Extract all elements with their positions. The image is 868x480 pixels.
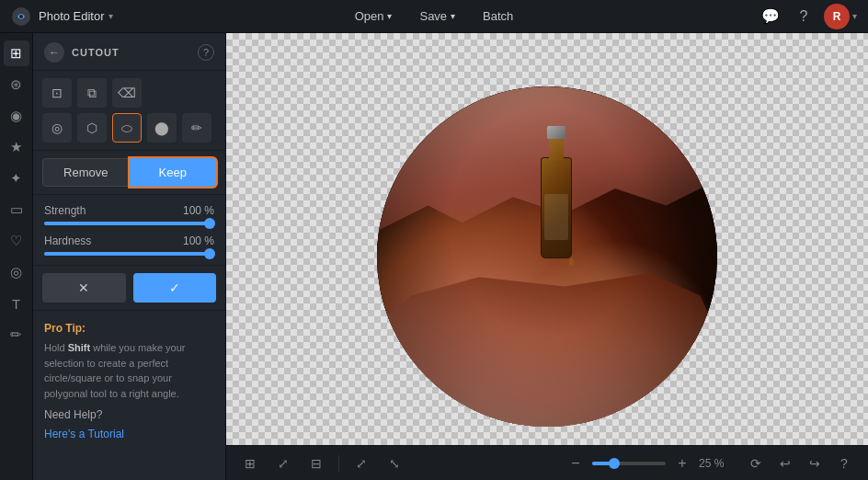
image-inner (377, 86, 717, 427)
remove-button[interactable]: Remove (42, 158, 130, 187)
panel-back-button[interactable]: ← (44, 42, 64, 63)
zoom-controls: − + 25 % (565, 452, 728, 474)
photo-simulation (377, 86, 717, 427)
sidebar-item-eye[interactable]: ◉ (4, 103, 29, 129)
bottom-right-icons: ⟳ ↩ ↪ ? (743, 451, 857, 476)
strength-slider-fill (44, 222, 214, 225)
bottle-container (533, 120, 579, 258)
tool-ellipse[interactable]: ⬤ (147, 113, 177, 143)
panel-header-left: ← CUTOUT (44, 42, 120, 63)
sidebar-item-star[interactable]: ★ (4, 134, 29, 160)
bottombar: ⊞ ⤢ ⊟ ⤢ ⤡ − + 25 % ⟳ ↩ ↪ ? (226, 445, 868, 480)
icon-strip: ⊞ ⊛ ◉ ★ ✦ ▭ ♡ ◎ T ✏ (0, 33, 33, 480)
remove-keep-section: Remove Keep (33, 151, 225, 195)
main-layout: ⊞ ⊛ ◉ ★ ✦ ▭ ♡ ◎ T ✏ ← CUTOUT ? ⊡ (0, 33, 868, 480)
tutorial-link[interactable]: Here's a Tutorial (44, 428, 124, 440)
app-title[interactable]: Photo Editor ▾ (39, 9, 113, 23)
tool-circle-select[interactable]: ⬭ (112, 113, 142, 143)
open-button[interactable]: Open ▾ (344, 6, 404, 27)
fit-button[interactable]: ⤢ (348, 451, 374, 476)
app-logo (11, 6, 31, 27)
pro-tip-section: Pro Tip: Hold Shift while you make your … (33, 311, 225, 408)
strength-slider-row: Strength 100 % (44, 204, 214, 225)
refresh-button[interactable]: ⟳ (743, 451, 769, 476)
sidebar-item-adjustments[interactable]: ⊛ (4, 72, 29, 97)
tool-brush-select[interactable]: ✏ (182, 113, 211, 143)
keep-button[interactable]: Keep (130, 158, 217, 187)
bottle-neck (549, 135, 564, 161)
strength-slider-track[interactable] (44, 222, 214, 225)
sidebar-item-magic[interactable]: ✦ (4, 166, 29, 191)
undo-button[interactable]: ↩ (772, 451, 798, 476)
user-avatar-wrap[interactable]: R ▾ (824, 4, 857, 29)
tool-row-1: ⊡ ⧉ ⌫ (42, 78, 216, 108)
canvas-image (377, 86, 717, 427)
need-help-section: Need Help? Here's a Tutorial (33, 408, 225, 451)
avatar-chevron: ▾ (852, 11, 857, 21)
svg-point-1 (19, 15, 23, 18)
zoom-value: 25 % (699, 457, 728, 470)
panel-title: CUTOUT (72, 47, 120, 58)
bottle-label (544, 194, 568, 240)
left-panel: ← CUTOUT ? ⊡ ⧉ ⌫ ◎ ⬡ ⬭ ⬤ ✏ (33, 33, 226, 480)
export-button[interactable]: ⤢ (270, 451, 296, 476)
panel-help-button[interactable]: ? (198, 44, 214, 61)
need-help-title: Need Help? (44, 408, 214, 421)
strength-value: 100 % (183, 204, 214, 217)
tool-section: ⊡ ⧉ ⌫ ◎ ⬡ ⬭ ⬤ ✏ (33, 71, 225, 151)
sidebar-item-brush[interactable]: ✏ (4, 322, 29, 348)
topbar-center: Open ▾ Save ▾ Batch (344, 6, 525, 27)
hardness-slider-track[interactable] (44, 252, 214, 256)
sidebar-item-heart[interactable]: ♡ (4, 228, 29, 254)
pro-tip-text: Hold Shift while you make your selection… (44, 340, 214, 401)
zoom-out-button[interactable]: − (565, 452, 587, 474)
hardness-label-row: Hardness 100 % (44, 234, 214, 247)
user-avatar: R (824, 4, 850, 29)
separator-1 (338, 455, 339, 472)
sidebar-item-rectangle[interactable]: ▭ (4, 197, 29, 223)
sidebar-item-circle[interactable]: ◎ (4, 259, 29, 285)
hardness-label: Hardness (44, 234, 91, 247)
pro-tip-title: Pro Tip: (44, 322, 214, 335)
topbar-right: 💬 ? R ▾ (758, 4, 857, 29)
strength-label-row: Strength 100 % (44, 204, 214, 217)
layers-button[interactable]: ⊞ (237, 451, 263, 476)
strength-label: Strength (44, 204, 86, 217)
hardness-slider-thumb[interactable] (204, 248, 215, 259)
tool-lasso[interactable]: ◎ (42, 113, 72, 143)
slider-section: Strength 100 % Hardness 100 % (33, 195, 225, 266)
tool-transform[interactable]: ⧉ (77, 78, 107, 108)
batch-button[interactable]: Batch (472, 6, 524, 27)
zoom-slider-thumb[interactable] (609, 458, 620, 469)
save-button[interactable]: Save ▾ (408, 6, 466, 27)
cancel-button[interactable]: ✕ (42, 273, 126, 303)
sidebar-item-layers[interactable]: ⊞ (4, 40, 29, 66)
chat-icon-button[interactable]: 💬 (758, 4, 783, 29)
redo-button[interactable]: ↪ (802, 451, 828, 476)
confirm-button[interactable]: ✓ (133, 273, 217, 303)
topbar: Photo Editor ▾ Open ▾ Save ▾ Batch 💬 ? R… (0, 0, 868, 33)
action-row: ✕ ✓ (33, 266, 225, 311)
bottle-cap (547, 126, 565, 139)
canvas-area[interactable]: ⊞ ⤢ ⊟ ⤢ ⤡ − + 25 % ⟳ ↩ ↪ ? (226, 33, 868, 480)
sidebar-item-text[interactable]: T (4, 291, 29, 316)
zoom-in-button[interactable]: + (671, 452, 693, 474)
tool-polygon[interactable]: ⬡ (77, 113, 107, 143)
zoom-slider[interactable] (592, 462, 666, 465)
strength-slider-thumb[interactable] (204, 218, 215, 229)
help-button[interactable]: ? (831, 451, 857, 476)
hardness-slider-fill (44, 252, 214, 256)
hardness-slider-row: Hardness 100 % (44, 234, 214, 256)
help-icon-button[interactable]: ? (791, 4, 817, 29)
grid-button[interactable]: ⊟ (303, 451, 329, 476)
panel-header: ← CUTOUT ? (33, 33, 225, 71)
title-chevron: ▾ (108, 11, 113, 21)
oil-drop (569, 258, 574, 266)
tool-rectangle-select[interactable]: ⊡ (42, 78, 72, 108)
expand-button[interactable]: ⤡ (382, 451, 407, 476)
tool-erase[interactable]: ⌫ (112, 78, 142, 108)
tool-row-2: ◎ ⬡ ⬭ ⬤ ✏ (42, 113, 216, 143)
hardness-value: 100 % (183, 234, 214, 247)
